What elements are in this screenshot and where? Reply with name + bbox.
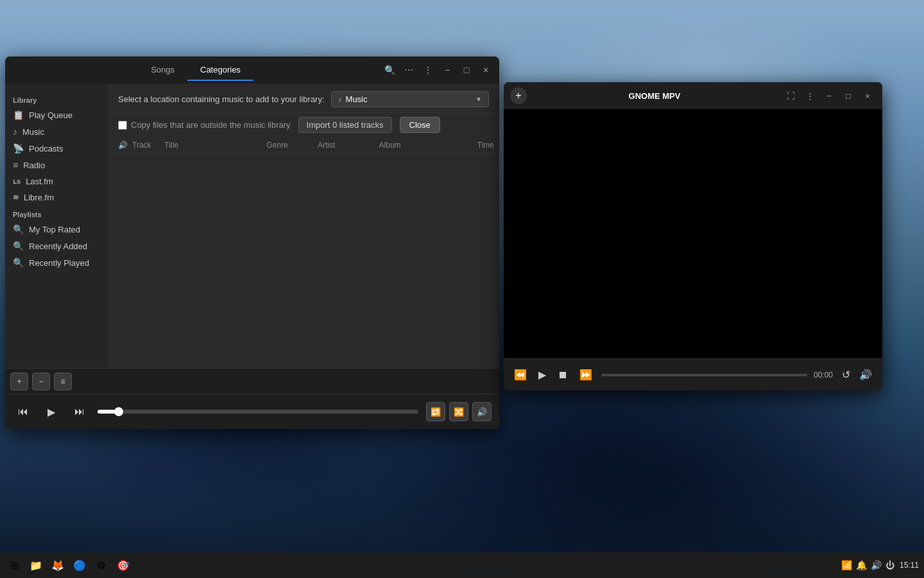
import-prompt: Select a location containing music to ad… (118, 94, 325, 104)
mpv-stop-button[interactable]: ⏹ (555, 367, 570, 383)
taskbar-app-settings[interactable]: ⚙ (92, 556, 110, 574)
music-icon: ♪ (13, 127, 17, 137)
remove-playlist-button[interactable]: − (32, 372, 50, 390)
progress-knob[interactable] (114, 407, 123, 416)
taskbar-app-firefox[interactable]: 🦊 (49, 556, 67, 574)
close-import-button[interactable]: Close (400, 117, 440, 133)
mpv-add-button[interactable]: + (510, 87, 527, 104)
sidebar-item-recently-added[interactable]: 🔍 Recently Added (5, 238, 108, 254)
taskbar: ⊞ 📁 🦊 🔵 ⚙ 🎯 📶 🔔 🔊 ⏻ 15:11 (0, 552, 924, 578)
location-select[interactable]: ♪ Music ▼ (331, 91, 489, 107)
sidebar-item-lastfm[interactable]: ʟs Last.fm (5, 173, 108, 189)
mpv-volume-button[interactable]: 🔊 (857, 366, 875, 383)
bottom-top-bar: + − ≡ (5, 368, 499, 394)
import-button[interactable]: Import 0 listed tracks (298, 117, 392, 133)
titlebar-actions: 🔍 ⋯ ⋮ − □ × (381, 62, 494, 78)
taskbar-app-grid[interactable]: ⊞ (5, 556, 23, 574)
play-queue-icon: 📋 (13, 110, 24, 120)
playback-right-btns: 🔁 🔀 🔊 (426, 402, 492, 421)
mpv-rewind-button[interactable]: ⏪ (511, 366, 529, 383)
podcasts-label: Podcasts (29, 144, 63, 153)
sidebar-item-radio[interactable]: ≡ Radio (5, 157, 108, 173)
sidebar-item-music[interactable]: ♪ Music (5, 123, 108, 140)
taskbar-app-4[interactable]: 🔵 (71, 556, 89, 574)
taskbar-app-files[interactable]: 📁 (27, 556, 45, 574)
volume-button[interactable]: 🔊 (472, 402, 492, 421)
mpv-fullscreen-button[interactable]: ⛶ (782, 87, 799, 104)
select-arrow-icon: ▼ (475, 96, 482, 103)
music-label: Music (22, 127, 44, 137)
play-pause-button[interactable]: ▶ (41, 401, 62, 422)
progress-bar[interactable] (98, 410, 418, 414)
col-header-artist: Artist (318, 141, 379, 150)
mpv-close-button[interactable]: × (859, 87, 876, 104)
copy-files-checkbox[interactable] (118, 121, 127, 130)
shuffle-button[interactable]: 🔀 (449, 402, 468, 421)
mpv-play-button[interactable]: ▶ (536, 366, 549, 383)
track-list-header: 🔊 Track Title Genre Artist Album Time (108, 138, 499, 153)
import-options: Copy files that are outside the music li… (108, 113, 499, 138)
music-tabs: Songs Categories (10, 60, 381, 81)
mpv-progress-bar[interactable] (601, 374, 807, 376)
recently-played-label: Recently Played (29, 258, 89, 268)
sidebar-item-podcasts[interactable]: 📡 Podcasts (5, 140, 108, 157)
sort-button[interactable]: ≡ (54, 372, 72, 390)
more-button[interactable]: ⋯ (400, 62, 417, 78)
taskbar-right: 📶 🔔 🔊 ⏻ 15:11 (841, 560, 919, 570)
sidebar-item-top-rated[interactable]: 🔍 My Top Rated (5, 221, 108, 238)
music-window: Songs Categories 🔍 ⋯ ⋮ − □ × Library 📋 P… (5, 57, 499, 429)
copy-files-label[interactable]: Copy files that are outside the music li… (118, 120, 291, 130)
track-list-body (108, 153, 499, 368)
menu-button[interactable]: ⋮ (420, 62, 436, 78)
prev-track-button[interactable]: ⏮ (13, 401, 33, 422)
recently-played-icon: 🔍 (13, 258, 24, 268)
sidebar-item-librefm[interactable]: ≋ Libre.fm (5, 189, 108, 206)
mpv-forward-button[interactable]: ⏩ (577, 366, 595, 383)
window-content: Library 📋 Play Queue ♪ Music 📡 Podcasts … (5, 83, 499, 368)
playlists-label: Playlists (5, 206, 108, 221)
mpv-maximize-button[interactable]: □ (840, 87, 857, 104)
sidebar-item-play-queue[interactable]: 📋 Play Queue (5, 107, 108, 123)
col-header-time: Time (456, 141, 494, 150)
taskbar-left: ⊞ 📁 🦊 🔵 ⚙ 🎯 (5, 556, 132, 574)
music-titlebar: Songs Categories 🔍 ⋯ ⋮ − □ × (5, 57, 499, 83)
minimize-button[interactable]: − (439, 62, 456, 78)
mpv-title: GNOME MPV (532, 91, 777, 101)
tab-categories[interactable]: Categories (187, 60, 253, 81)
librefm-icon: ≋ (13, 193, 19, 202)
mpv-minimize-button[interactable]: − (821, 87, 837, 104)
top-rated-label: My Top Rated (29, 225, 80, 234)
taskbar-app-6[interactable]: 🎯 (114, 556, 132, 574)
tray-power-icon[interactable]: ⏻ (886, 560, 894, 570)
next-track-button[interactable]: ⏭ (69, 401, 90, 422)
tray-notify-icon[interactable]: 🔔 (856, 560, 867, 570)
mpv-menu-button[interactable]: ⋮ (801, 87, 818, 104)
mpv-loop-button[interactable]: ↺ (839, 366, 853, 383)
maximize-button[interactable]: □ (458, 62, 475, 78)
tray-wifi-icon: 📶 (841, 560, 852, 570)
radio-icon: ≡ (13, 160, 18, 170)
recently-added-label: Recently Added (29, 241, 87, 251)
repeat-button[interactable]: 🔁 (426, 402, 445, 421)
search-button[interactable]: 🔍 (381, 62, 398, 78)
col-header-vol: 🔊 (113, 141, 132, 150)
mpv-controls: ⏪ ▶ ⏹ ⏩ 00:00 ↺ 🔊 (504, 358, 882, 390)
close-button[interactable]: × (477, 62, 494, 78)
main-area: Select a location containing music to ad… (108, 83, 499, 368)
mpv-time: 00:00 (814, 371, 833, 380)
tray-volume-icon[interactable]: 🔊 (871, 560, 882, 570)
tab-songs[interactable]: Songs (138, 60, 187, 81)
recently-added-icon: 🔍 (13, 241, 24, 251)
mpv-window: + GNOME MPV ⛶ ⋮ − □ × ⏪ ▶ ⏹ ⏩ 00:00 ↺ 🔊 (504, 82, 882, 390)
mpv-video-area[interactable] (504, 109, 882, 358)
sidebar-item-recently-played[interactable]: 🔍 Recently Played (5, 254, 108, 271)
podcasts-icon: 📡 (13, 143, 24, 153)
sidebar: Library 📋 Play Queue ♪ Music 📡 Podcasts … (5, 83, 108, 368)
radio-label: Radio (23, 161, 45, 170)
location-value: Music (346, 94, 368, 104)
import-bar: Select a location containing music to ad… (108, 83, 499, 113)
add-playlist-button[interactable]: + (10, 372, 28, 390)
mpv-titlebar: + GNOME MPV ⛶ ⋮ − □ × (504, 82, 882, 109)
taskbar-time: 15:11 (900, 561, 919, 570)
col-header-album: Album (379, 141, 456, 150)
